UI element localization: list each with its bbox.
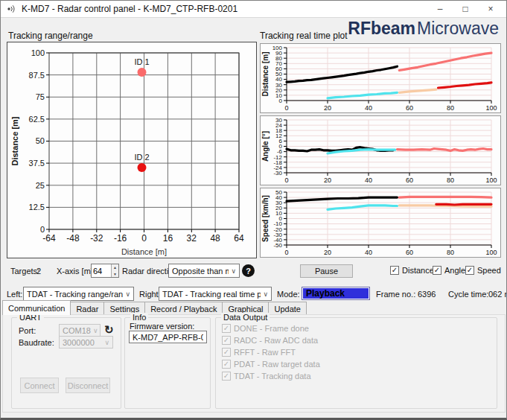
radar-control-panel-window: K-MD7 - Radar control panel - K-MD7_CTP-… (0, 0, 507, 420)
checkmark-icon: ✓ (222, 372, 231, 381)
firmware-version-field[interactable] (129, 331, 207, 343)
chevron-down-icon: ∨ (93, 327, 98, 334)
svg-text:100: 100 (31, 48, 45, 57)
checkmark-icon: ✓ (222, 336, 231, 345)
baudrate-label: Baudrate: (19, 338, 54, 347)
radc-checkbox: ✓ RADC - Raw ADC data (222, 336, 318, 345)
spin-down-icon[interactable]: ▼ (112, 271, 118, 278)
window-title: K-MD7 - Radar control panel - K-MD7_CTP-… (22, 4, 237, 14)
svg-text:25: 25 (36, 181, 45, 190)
svg-text:0: 0 (284, 176, 288, 184)
tab-update[interactable]: Update (268, 302, 306, 315)
rfft-checkbox: ✓ RFFT - Raw FFT (222, 348, 296, 357)
tab-radar[interactable]: Radar (70, 302, 104, 315)
distance-checkbox[interactable]: ✓ Distance (390, 266, 434, 275)
port-label: Port: (19, 326, 36, 335)
tab-communication[interactable]: Communication (2, 300, 71, 315)
baudrate-value: 3000000 (63, 338, 95, 347)
svg-text:80: 80 (447, 249, 454, 256)
svg-text:80: 80 (447, 104, 454, 112)
svg-text:-32: -32 (90, 233, 103, 244)
realtime-angle-chart: -30-24-18-12-60612182430020406080100Angl… (260, 115, 501, 185)
logo-light: Microwave (417, 19, 499, 38)
svg-text:Distance [m]: Distance [m] (261, 51, 270, 96)
maximize-button[interactable]: □ (453, 1, 478, 17)
mode-value: Playback (302, 287, 370, 300)
svg-text:75: 75 (36, 92, 45, 101)
chevron-down-icon: ∨ (125, 290, 130, 298)
svg-text:0: 0 (284, 249, 288, 256)
distance-checkbox-label: Distance (402, 266, 434, 275)
svg-text:100: 100 (485, 176, 497, 184)
svg-text:Angle [°]: Angle [°] (261, 131, 270, 162)
svg-text:20: 20 (324, 104, 331, 112)
angle-checkbox[interactable]: ✓ Angle (433, 266, 465, 275)
cycle-time-label: Cycle time: (448, 290, 488, 299)
svg-text:50: 50 (275, 189, 282, 196)
checkmark-icon: ✓ (222, 360, 231, 369)
minimize-button[interactable]: – (427, 1, 453, 17)
svg-text:80: 80 (447, 176, 454, 184)
svg-text:60: 60 (406, 104, 413, 112)
xaxis-label: X-axis [m]: (57, 267, 95, 276)
svg-text:ID 2: ID 2 (134, 153, 149, 162)
spin-up-icon[interactable]: ▲ (112, 264, 118, 271)
svg-text:-64: -64 (42, 233, 56, 244)
right-plot-value: TDAT - Tracking real time plot (162, 290, 261, 299)
tdat-checkbox-label: TDAT - Tracking data (234, 372, 311, 381)
svg-text:100: 100 (485, 249, 497, 256)
speed-checkbox[interactable]: ✓ Speed (465, 266, 501, 275)
help-icon[interactable]: ? (242, 264, 255, 277)
svg-text:-16: -16 (114, 233, 127, 244)
chevron-down-icon: ∨ (231, 267, 236, 275)
svg-text:60: 60 (406, 249, 413, 256)
radar-direction-select[interactable]: Opposite than monito ∨ (168, 264, 240, 278)
checkmark-icon: ✓ (433, 266, 441, 275)
right-plot-select[interactable]: TDAT - Tracking real time plot ∨ (159, 287, 272, 301)
close-button[interactable]: × (478, 1, 503, 17)
radc-checkbox-label: RADC - Raw ADC data (234, 336, 318, 345)
svg-text:60: 60 (406, 176, 413, 184)
refresh-ports-icon[interactable]: ↻ (104, 323, 114, 337)
right-select-label: Right: (139, 290, 161, 299)
svg-text:40: 40 (365, 249, 372, 256)
rfft-checkbox-label: RFFT - Raw FFT (234, 348, 296, 357)
left-plot-select[interactable]: TDAT - Tracking range/range ∨ (23, 287, 134, 301)
xaxis-input[interactable] (92, 264, 111, 277)
pdat-checkbox-label: PDAT - Raw target data (234, 360, 320, 369)
svg-text:62.5: 62.5 (29, 115, 45, 124)
disconnect-button: Disconnect (66, 378, 110, 393)
chevron-down-icon: ∨ (263, 290, 268, 298)
svg-text:20: 20 (324, 176, 331, 184)
left-plot-value: TDAT - Tracking range/range (27, 290, 123, 299)
xaxis-spinner[interactable]: ▲▼ (91, 264, 119, 278)
firmware-version-label: Firmware version: (130, 322, 194, 331)
frame-no-value: 6396 (418, 290, 436, 299)
svg-text:30: 30 (275, 117, 282, 124)
svg-text:40: 40 (365, 176, 372, 184)
checkmark-icon: ✓ (222, 348, 231, 357)
svg-text:20: 20 (324, 249, 331, 256)
svg-text:Distance [m]: Distance [m] (10, 116, 19, 165)
logo-bold: RFbeam (348, 19, 415, 38)
svg-text:100: 100 (272, 45, 283, 51)
svg-text:12.5: 12.5 (29, 203, 45, 211)
svg-text:-48: -48 (66, 233, 80, 244)
pause-button[interactable]: Pause (300, 264, 353, 278)
done-checkbox: ✓ DONE - Frame done (222, 324, 309, 333)
port-select: COM18 ∨ (59, 324, 101, 337)
frame-no-label: Frame no.: (376, 290, 415, 299)
svg-text:50: 50 (36, 136, 45, 145)
checkmark-icon: ✓ (222, 324, 231, 333)
tab-record-playback[interactable]: Record / Playback (144, 302, 223, 315)
svg-text:100: 100 (485, 104, 497, 112)
port-value: COM18 (63, 326, 91, 335)
data-output-group-title: Data Output (221, 313, 270, 322)
svg-text:Distance [m]: Distance [m] (121, 247, 167, 256)
pdat-checkbox: ✓ PDAT - Raw target data (222, 360, 320, 369)
realtime-speed-chart: -50-40-30-20-1001020304050020406080100Sp… (260, 188, 501, 258)
svg-text:37.5: 37.5 (29, 159, 45, 168)
radar-app-icon (7, 4, 17, 14)
chevron-down-icon: ∨ (104, 339, 109, 346)
targets-label: Targets: (10, 267, 39, 276)
